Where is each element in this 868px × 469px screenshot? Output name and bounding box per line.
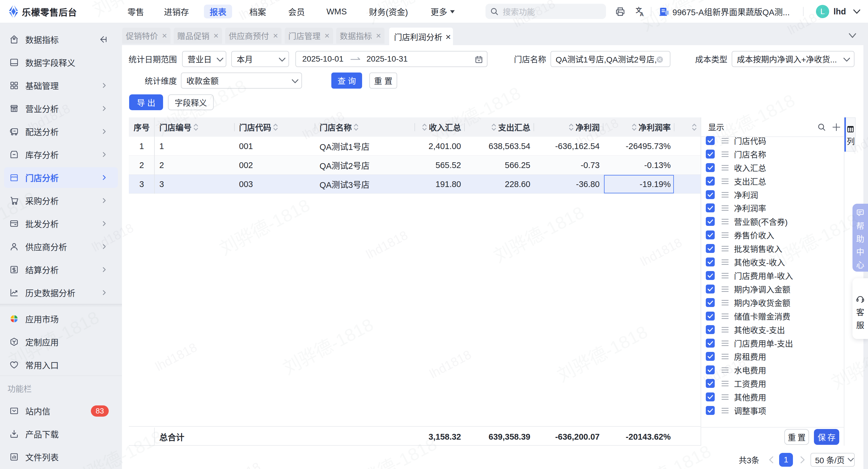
svg-text:A: A [640,11,644,17]
